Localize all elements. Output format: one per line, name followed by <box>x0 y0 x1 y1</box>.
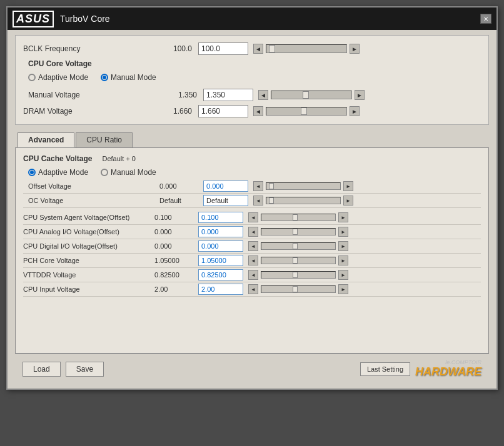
voltage-row-left-arrow[interactable]: ◄ <box>248 212 258 222</box>
dram-voltage-label: DRAM Voltage <box>23 107 148 116</box>
voltage-row-left-arrow[interactable]: ◄ <box>248 270 258 280</box>
cpu-core-voltage-radio-group: Adaptive Mode Manual Mode <box>28 71 481 84</box>
dram-voltage-right-arrow[interactable]: ► <box>350 106 360 116</box>
voltage-row-slider[interactable] <box>261 271 336 279</box>
voltage-row-input[interactable] <box>198 226 243 237</box>
voltage-row-input[interactable] <box>198 255 243 266</box>
last-setting-button[interactable]: Last Setting <box>360 362 410 376</box>
voltage-row-label: PCH Core Voltage <box>23 257 154 264</box>
voltage-row-thumb <box>293 286 298 292</box>
manual-voltage-label: Manual Voltage <box>28 91 153 99</box>
voltage-row-value: 0.82500 <box>154 271 198 279</box>
offset-voltage-left-arrow[interactable]: ◄ <box>253 181 263 191</box>
cache-adaptive-mode-radio[interactable] <box>28 169 36 176</box>
voltage-row-input[interactable] <box>198 212 243 223</box>
oc-thumb <box>269 197 274 204</box>
voltage-row-slider-area: ◄ ► <box>248 255 348 265</box>
voltage-row: VTTDDR Voltage 0.82500 ◄ ► <box>23 268 481 282</box>
footer: Load Save Last Setting le.COMPTOIR HARDW… <box>15 354 489 384</box>
manual-voltage-left-arrow[interactable]: ◄ <box>258 90 268 100</box>
adaptive-mode-radio[interactable] <box>28 74 36 81</box>
voltage-row-label: CPU Input Voltage <box>23 285 154 293</box>
asus-logo: ASUS <box>13 11 54 27</box>
manual-voltage-input[interactable] <box>203 89 253 101</box>
bclk-slider[interactable] <box>266 44 347 53</box>
oc-voltage-left-arrow[interactable]: ◄ <box>253 196 263 206</box>
voltage-row: CPU Analog I/O Voltage(Offset) 0.000 ◄ ► <box>23 225 481 239</box>
bclk-value: 100.0 <box>148 44 198 53</box>
load-button[interactable]: Load <box>23 362 61 377</box>
offset-voltage-value: 0.000 <box>159 182 203 190</box>
voltage-row-right-arrow[interactable]: ► <box>338 284 348 294</box>
bclk-slider-area: ◄ ► <box>253 44 360 54</box>
manual-voltage-right-arrow[interactable]: ► <box>355 90 365 100</box>
close-button[interactable]: ✕ <box>480 14 491 24</box>
oc-voltage-label: OC Voltage <box>28 197 159 204</box>
cache-manual-mode-item[interactable]: Manual Mode <box>101 168 156 177</box>
voltage-row-value: 1.05000 <box>154 257 198 264</box>
voltage-row-left-arrow[interactable]: ◄ <box>248 284 258 294</box>
dram-voltage-slider-area: ◄ ► <box>253 106 360 116</box>
voltage-row-slider[interactable] <box>261 228 336 235</box>
cache-adaptive-mode-item[interactable]: Adaptive Mode <box>28 168 88 177</box>
voltage-row-input[interactable] <box>198 284 243 295</box>
oc-voltage-input[interactable] <box>203 195 248 206</box>
tab-advanced[interactable]: Advanced <box>18 132 74 147</box>
voltage-row-right-arrow[interactable]: ► <box>338 255 348 265</box>
voltage-row-slider[interactable] <box>261 214 336 221</box>
offset-voltage-slider[interactable] <box>266 182 341 190</box>
offset-voltage-input[interactable] <box>203 181 248 192</box>
voltage-row-left-arrow[interactable]: ◄ <box>248 241 258 251</box>
manual-voltage-value: 1.350 <box>153 91 203 99</box>
manual-voltage-slider-area: ◄ ► <box>258 90 365 100</box>
cpu-cache-voltage-radio-group: Adaptive Mode Manual Mode <box>23 166 481 179</box>
dram-voltage-left-arrow[interactable]: ◄ <box>253 106 263 116</box>
comptoir-watermark: le.COMPTOIR <box>415 359 481 365</box>
voltage-row-left-arrow[interactable]: ◄ <box>248 255 258 265</box>
oc-voltage-slider[interactable] <box>266 197 341 204</box>
voltage-row-right-arrow[interactable]: ► <box>338 212 348 222</box>
voltage-row-label: VTTDDR Voltage <box>23 271 154 279</box>
adaptive-mode-item[interactable]: Adaptive Mode <box>28 73 88 82</box>
tab-area: Advanced CPU Ratio CPU Cache Voltage Def… <box>15 130 489 354</box>
dram-voltage-input[interactable] <box>198 105 248 117</box>
voltage-row-input[interactable] <box>198 269 243 280</box>
voltage-row: CPU Input Voltage 2.00 ◄ ► <box>23 282 481 297</box>
voltage-row-slider[interactable] <box>261 285 336 293</box>
voltage-row: PCH Core Voltage 1.05000 ◄ ► <box>23 254 481 268</box>
oc-voltage-right-arrow[interactable]: ► <box>343 196 353 206</box>
voltage-row-left-arrow[interactable]: ◄ <box>248 227 258 237</box>
bclk-right-arrow[interactable]: ► <box>350 44 360 54</box>
bclk-input[interactable] <box>198 42 248 55</box>
voltage-row-slider-area: ◄ ► <box>248 284 348 294</box>
bclk-left-arrow[interactable]: ◄ <box>253 44 263 54</box>
dram-voltage-slider[interactable] <box>266 107 347 116</box>
offset-thumb <box>269 183 274 189</box>
footer-buttons: Load Save <box>23 362 104 377</box>
voltage-row-right-arrow[interactable]: ► <box>338 227 348 237</box>
top-section: BCLK Frequency 100.0 ◄ ► CPU Core Voltag… <box>15 35 489 125</box>
branding: le.COMPTOIR HARDWARE <box>415 359 481 379</box>
manual-voltage-slider[interactable] <box>271 91 352 99</box>
hardware-logo: HARDWARE <box>415 365 481 379</box>
voltage-row-right-arrow[interactable]: ► <box>338 241 348 251</box>
dram-voltage-thumb <box>301 107 307 115</box>
offset-voltage-right-arrow[interactable]: ► <box>343 181 353 191</box>
manual-mode-item[interactable]: Manual Mode <box>101 73 156 82</box>
voltage-row-thumb <box>293 214 298 221</box>
voltage-row-slider-area: ◄ ► <box>248 227 348 237</box>
manual-mode-label: Manual Mode <box>111 73 156 82</box>
content-area: BCLK Frequency 100.0 ◄ ► CPU Core Voltag… <box>8 30 496 389</box>
voltage-row-value: 2.00 <box>154 285 198 293</box>
save-button[interactable]: Save <box>66 362 104 377</box>
voltage-row-value: 0.100 <box>154 214 198 221</box>
voltage-row-thumb <box>293 229 298 235</box>
voltage-row-slider-area: ◄ ► <box>248 241 348 251</box>
tab-cpu-ratio[interactable]: CPU Ratio <box>76 132 133 147</box>
voltage-row-slider[interactable] <box>261 257 336 264</box>
cache-manual-mode-radio[interactable] <box>101 169 108 176</box>
voltage-row-slider[interactable] <box>261 242 336 250</box>
voltage-row-right-arrow[interactable]: ► <box>338 270 348 280</box>
voltage-row-input[interactable] <box>198 240 243 252</box>
manual-mode-radio[interactable] <box>101 74 108 81</box>
